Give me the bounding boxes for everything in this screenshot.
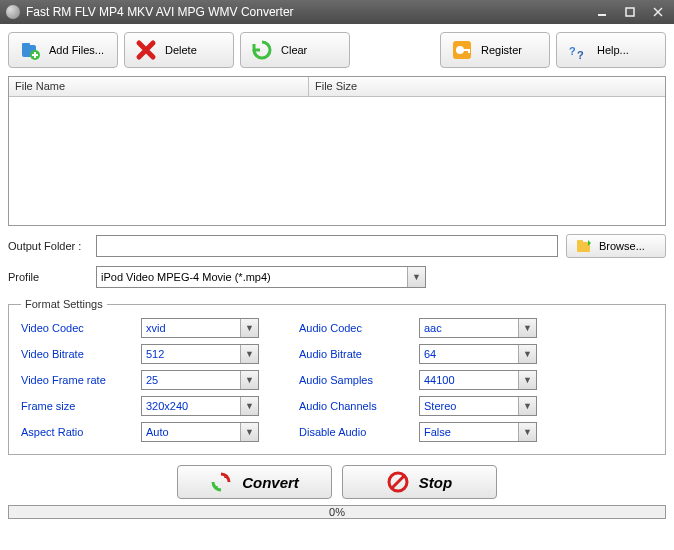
col-filename[interactable]: File Name <box>9 77 309 96</box>
audio-bitrate-label: Audio Bitrate <box>299 348 419 360</box>
maximize-button[interactable] <box>620 4 640 20</box>
video-bitrate-select[interactable]: 512▼ <box>141 344 259 364</box>
chevron-down-icon: ▼ <box>240 371 258 389</box>
profile-label: Profile <box>8 271 88 283</box>
minimize-button[interactable] <box>592 4 612 20</box>
audio-samples-select[interactable]: 44100▼ <box>419 370 537 390</box>
video-bitrate-label: Video Bitrate <box>21 348 141 360</box>
svg-rect-1 <box>626 8 634 16</box>
video-frame-rate-select[interactable]: 25▼ <box>141 370 259 390</box>
browse-label: Browse... <box>599 240 645 252</box>
chevron-down-icon: ▼ <box>240 423 258 441</box>
register-icon <box>451 39 473 61</box>
video-codec-label: Video Codec <box>21 322 141 334</box>
help-icon: ?? <box>567 39 589 61</box>
svg-rect-16 <box>577 240 583 244</box>
audio-codec-select[interactable]: aac▼ <box>419 318 537 338</box>
delete-icon <box>135 39 157 61</box>
profile-value: iPod Video MPEG-4 Movie (*.mp4) <box>101 271 271 283</box>
chevron-down-icon: ▼ <box>518 397 536 415</box>
chevron-down-icon: ▼ <box>518 423 536 441</box>
clear-button[interactable]: Clear <box>240 32 350 68</box>
file-list[interactable]: File Name File Size <box>8 76 666 226</box>
video-frame-rate-label: Video Frame rate <box>21 374 141 386</box>
toolbar: Add Files... Delete Clear Register ?? He… <box>8 32 666 68</box>
chevron-down-icon: ▼ <box>518 319 536 337</box>
aspect-ratio-select[interactable]: Auto▼ <box>141 422 259 442</box>
chevron-down-icon: ▼ <box>240 345 258 363</box>
svg-text:?: ? <box>577 49 584 61</box>
svg-text:?: ? <box>569 45 576 57</box>
audio-bitrate-select[interactable]: 64▼ <box>419 344 537 364</box>
delete-label: Delete <box>165 44 197 56</box>
stop-button[interactable]: Stop <box>342 465 497 499</box>
help-label: Help... <box>597 44 629 56</box>
audio-channels-label: Audio Channels <box>299 400 419 412</box>
add-files-icon <box>19 39 41 61</box>
svg-rect-5 <box>22 43 30 47</box>
video-codec-select[interactable]: xvid▼ <box>141 318 259 338</box>
add-files-button[interactable]: Add Files... <box>8 32 118 68</box>
stop-icon <box>387 471 409 493</box>
audio-samples-label: Audio Samples <box>299 374 419 386</box>
app-icon <box>6 5 20 19</box>
add-files-label: Add Files... <box>49 44 104 56</box>
disable-audio-label: Disable Audio <box>299 426 419 438</box>
file-list-header: File Name File Size <box>9 77 665 97</box>
register-label: Register <box>481 44 522 56</box>
folder-icon <box>575 237 593 255</box>
svg-point-10 <box>456 46 464 54</box>
format-settings-group: Format Settings Video Codec xvid▼ Video … <box>8 298 666 455</box>
format-settings-legend: Format Settings <box>21 298 107 310</box>
chevron-down-icon: ▼ <box>518 371 536 389</box>
convert-icon <box>210 471 232 493</box>
audio-codec-label: Audio Codec <box>299 322 419 334</box>
svg-line-18 <box>392 476 404 488</box>
convert-button[interactable]: Convert <box>177 465 332 499</box>
progress-bar: 0% <box>8 505 666 519</box>
frame-size-select[interactable]: 320x240▼ <box>141 396 259 416</box>
output-folder-input[interactable] <box>96 235 558 257</box>
clear-label: Clear <box>281 44 307 56</box>
window-title: Fast RM FLV MP4 MKV AVI MPG WMV Converte… <box>26 5 584 19</box>
titlebar: Fast RM FLV MP4 MKV AVI MPG WMV Converte… <box>0 0 674 24</box>
close-button[interactable] <box>648 4 668 20</box>
clear-icon <box>251 39 273 61</box>
delete-button[interactable]: Delete <box>124 32 234 68</box>
output-folder-label: Output Folder : <box>8 240 88 252</box>
browse-button[interactable]: Browse... <box>566 234 666 258</box>
audio-channels-select[interactable]: Stereo▼ <box>419 396 537 416</box>
register-button[interactable]: Register <box>440 32 550 68</box>
profile-select[interactable]: iPod Video MPEG-4 Movie (*.mp4) ▼ <box>96 266 426 288</box>
chevron-down-icon: ▼ <box>407 267 425 287</box>
col-filesize[interactable]: File Size <box>309 77 665 96</box>
progress-text: 0% <box>329 506 345 518</box>
svg-rect-12 <box>468 49 470 53</box>
chevron-down-icon: ▼ <box>240 397 258 415</box>
chevron-down-icon: ▼ <box>240 319 258 337</box>
help-button[interactable]: ?? Help... <box>556 32 666 68</box>
aspect-ratio-label: Aspect Ratio <box>21 426 141 438</box>
disable-audio-select[interactable]: False▼ <box>419 422 537 442</box>
chevron-down-icon: ▼ <box>518 345 536 363</box>
frame-size-label: Frame size <box>21 400 141 412</box>
stop-label: Stop <box>419 474 452 491</box>
convert-label: Convert <box>242 474 299 491</box>
